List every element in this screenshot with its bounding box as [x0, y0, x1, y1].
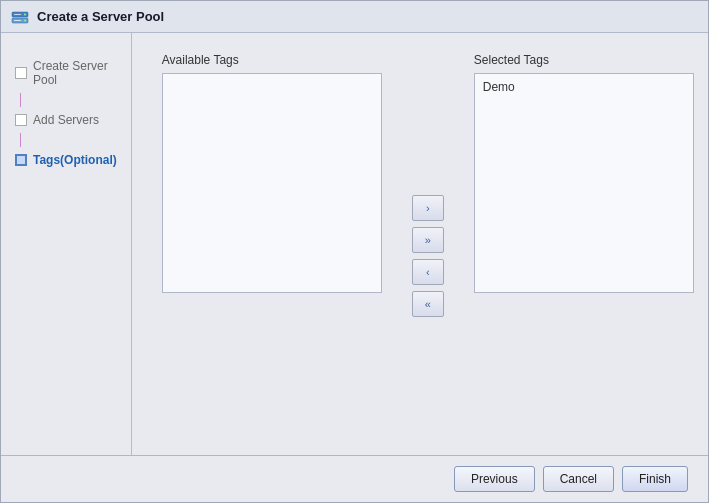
connector-1	[20, 93, 21, 107]
step-indicator-3	[15, 154, 27, 166]
sidebar-label-add-servers: Add Servers	[33, 113, 99, 127]
sidebar-item-add-servers: Add Servers	[11, 107, 121, 133]
svg-rect-4	[14, 14, 21, 15]
sidebar-label-create: Create Server Pool	[33, 59, 117, 87]
svg-rect-5	[14, 20, 21, 21]
sidebar-item-create-server-pool: Create Server Pool	[11, 53, 121, 93]
move-right-button[interactable]: ›	[412, 195, 444, 221]
main-content: Available Tags › » ‹ « Selected Tags Dem…	[132, 33, 708, 455]
create-server-pool-dialog: Create a Server Pool Create Server Pool …	[0, 0, 709, 503]
move-left-button[interactable]: ‹	[412, 259, 444, 285]
dialog-footer: Previous Cancel Finish	[1, 455, 708, 502]
available-tags-label: Available Tags	[162, 53, 382, 67]
selected-tags-label: Selected Tags	[474, 53, 694, 67]
svg-point-3	[24, 19, 26, 21]
server-pool-icon	[11, 8, 29, 26]
step-indicator-2	[15, 114, 27, 126]
move-all-left-button[interactable]: «	[412, 291, 444, 317]
available-tags-column: Available Tags	[162, 53, 382, 435]
sidebar-item-tags: Tags(Optional)	[11, 147, 121, 173]
sidebar: Create Server Pool Add Servers Tags(Opti…	[1, 33, 132, 455]
step-indicator-1	[15, 67, 27, 79]
move-all-right-button[interactable]: »	[412, 227, 444, 253]
title-bar: Create a Server Pool	[1, 1, 708, 33]
cancel-button[interactable]: Cancel	[543, 466, 614, 492]
selected-tags-column: Selected Tags Demo	[474, 53, 694, 435]
tags-section: Available Tags › » ‹ « Selected Tags Dem…	[162, 53, 694, 435]
svg-point-2	[24, 13, 26, 15]
sidebar-label-tags: Tags(Optional)	[33, 153, 117, 167]
available-tags-list[interactable]	[162, 73, 382, 293]
transfer-buttons: › » ‹ «	[402, 77, 454, 435]
selected-tags-list[interactable]: Demo	[474, 73, 694, 293]
selected-tag-item[interactable]: Demo	[479, 78, 689, 96]
previous-button[interactable]: Previous	[454, 466, 535, 492]
dialog-body: Create Server Pool Add Servers Tags(Opti…	[1, 33, 708, 455]
finish-button[interactable]: Finish	[622, 466, 688, 492]
dialog-title: Create a Server Pool	[37, 9, 164, 24]
connector-2	[20, 133, 21, 147]
